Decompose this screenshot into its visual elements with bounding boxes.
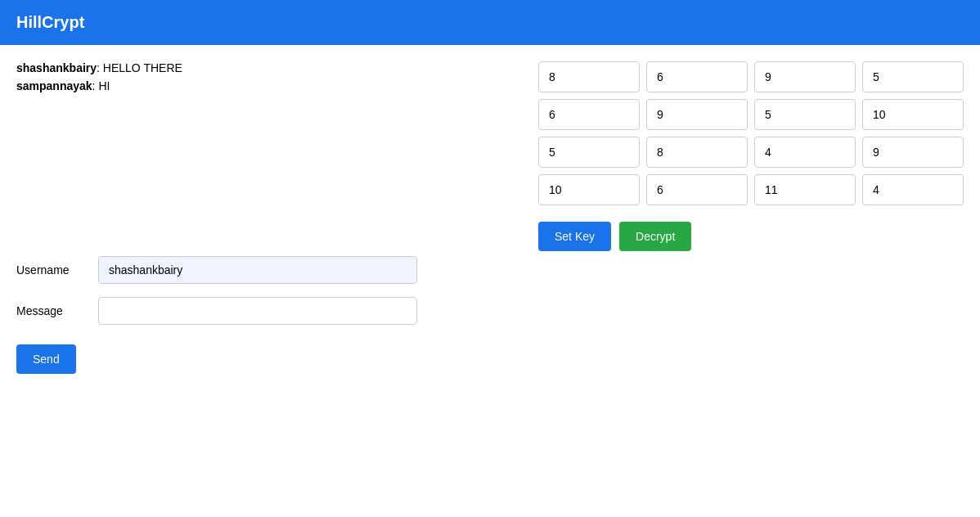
username-input[interactable]: [98, 256, 417, 284]
matrix-cell-2-1[interactable]: [646, 137, 748, 168]
left-panel: shashankbairy: HELLO THERE sampannayak: …: [16, 61, 522, 374]
chat-message-1: shashankbairy: HELLO THERE: [16, 61, 506, 74]
decrypt-button[interactable]: Decrypt: [619, 222, 691, 251]
matrix-cell-1-1[interactable]: [646, 99, 748, 130]
matrix-cell-2-2[interactable]: [754, 137, 856, 168]
set-key-button[interactable]: Set Key: [538, 222, 611, 251]
matrix-cell-3-1[interactable]: [646, 174, 748, 205]
message-row: Message: [16, 297, 506, 325]
right-panel: Set Key Decrypt: [522, 61, 964, 374]
chat-text-2: : HI: [92, 79, 110, 92]
matrix-cell-3-2[interactable]: [754, 174, 856, 205]
main-content: shashankbairy: HELLO THERE sampannayak: …: [0, 45, 980, 390]
chat-username-1: shashankbairy: [16, 61, 97, 74]
action-buttons: Set Key Decrypt: [538, 222, 964, 251]
matrix-cell-2-3[interactable]: [862, 137, 964, 168]
message-input[interactable]: [98, 297, 417, 325]
send-button[interactable]: Send: [16, 344, 76, 374]
app-header: HillCrypt: [0, 0, 980, 45]
matrix-grid: [538, 61, 964, 205]
chat-text-1: : HELLO THERE: [97, 61, 182, 74]
matrix-cell-2-0[interactable]: [538, 137, 640, 168]
matrix-cell-1-3[interactable]: [862, 99, 964, 130]
chat-username-2: sampannayak: [16, 79, 92, 92]
form-section: Username Message Send: [16, 256, 506, 374]
chat-area: shashankbairy: HELLO THERE sampannayak: …: [16, 61, 506, 92]
matrix-cell-1-0[interactable]: [538, 99, 640, 130]
message-label: Message: [16, 304, 98, 317]
matrix-cell-0-2[interactable]: [754, 61, 856, 92]
chat-message-2: sampannayak: HI: [16, 79, 506, 92]
username-row: Username: [16, 256, 506, 284]
matrix-cell-0-0[interactable]: [538, 61, 640, 92]
matrix-cell-3-3[interactable]: [862, 174, 964, 205]
username-label: Username: [16, 263, 98, 276]
matrix-cell-0-1[interactable]: [646, 61, 748, 92]
matrix-cell-1-2[interactable]: [754, 99, 856, 130]
matrix-cell-3-0[interactable]: [538, 174, 640, 205]
app-title: HillCrypt: [16, 13, 84, 31]
matrix-cell-0-3[interactable]: [862, 61, 964, 92]
